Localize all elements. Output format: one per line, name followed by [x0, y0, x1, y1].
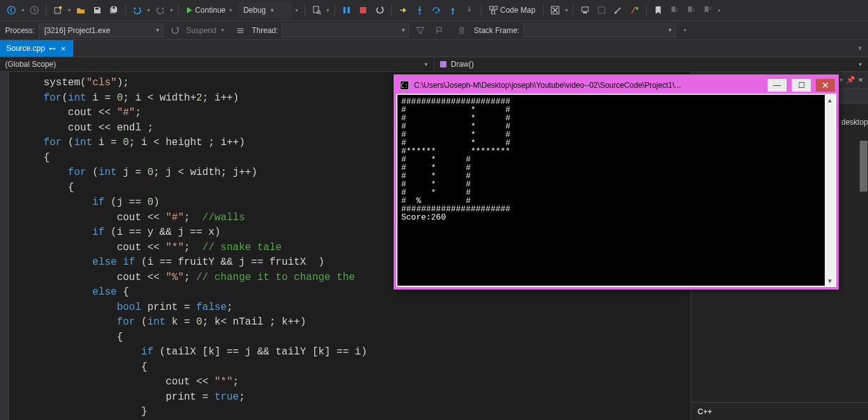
svg-rect-11	[360, 7, 366, 13]
svg-rect-15	[490, 6, 493, 10]
redo-chevron-icon: ▼	[169, 8, 174, 13]
process-dropdown[interactable]: [3216] Project1.exe ▼	[39, 24, 163, 38]
chevron-down-icon: ▼	[228, 8, 233, 13]
solution-config-dropdown[interactable]: Debug ▼	[238, 3, 292, 18]
undo-button[interactable]	[130, 3, 145, 18]
console-scrollbar[interactable]: ▲ ▼	[825, 95, 835, 286]
scroll-up-icon[interactable]: ▲	[825, 95, 835, 105]
pin-icon[interactable]: ⊷	[49, 45, 56, 53]
step-into-specific-button[interactable]	[462, 3, 477, 18]
tab-source-cpp[interactable]: Source.cpp ⊷ ×	[0, 40, 73, 57]
separator	[543, 4, 544, 17]
svg-rect-9	[343, 7, 346, 13]
scope-right-dropdown[interactable]: Draw() ▼	[434, 57, 868, 71]
step-into-button[interactable]	[412, 3, 427, 18]
properties-dropdown-icon[interactable]: ▼	[838, 77, 844, 83]
show-next-statement-button[interactable]	[396, 3, 411, 18]
svg-point-13	[435, 12, 437, 14]
continue-button[interactable]: Continue ▼	[183, 3, 237, 18]
separator	[46, 4, 46, 17]
console-window[interactable]: C: C:\Users\Joseph-M\Desktop\joseph\Yout…	[394, 74, 839, 290]
svg-rect-16	[494, 6, 497, 10]
separator	[305, 4, 305, 17]
console-titlebar[interactable]: C: C:\Users\Joseph-M\Desktop\joseph\Yout…	[396, 77, 836, 94]
scrollbar-thumb[interactable]	[860, 141, 867, 192]
properties-footer: C++	[691, 402, 868, 420]
tab-overflow-button[interactable]: ▼	[855, 44, 865, 53]
code-map-button[interactable]: Code Map	[485, 3, 539, 18]
close-window-button[interactable]: ✕	[816, 79, 835, 92]
stop-debug-button[interactable]	[355, 3, 371, 18]
pin-icon[interactable]: 📌	[846, 76, 855, 84]
suspend-label[interactable]: Suspend	[186, 26, 216, 35]
code-map-icon	[489, 6, 498, 15]
close-tab-button[interactable]: ×	[60, 44, 67, 53]
step-over-button[interactable]	[429, 3, 444, 18]
process-value: [3216] Project1.exe	[45, 26, 110, 35]
svg-rect-5	[113, 7, 115, 9]
svg-rect-22	[583, 12, 587, 13]
new-project-button[interactable]	[50, 3, 65, 18]
find-in-files-button[interactable]	[309, 3, 324, 18]
overflow-chevron-icon[interactable]: ▾	[684, 27, 686, 33]
toolbar-button-d[interactable]	[610, 3, 626, 18]
restart-button[interactable]	[372, 3, 387, 18]
prev-bookmark-button[interactable]	[667, 3, 682, 18]
stackframe-dropdown[interactable]: ▼	[523, 24, 676, 38]
svg-point-14	[451, 13, 453, 15]
chevron-down-icon: ▼	[668, 27, 673, 33]
toolbar-button-e[interactable]	[627, 3, 642, 18]
toolbar-button-a[interactable]	[548, 3, 563, 18]
thread-label: Thread:	[252, 26, 278, 35]
overflow-chevron-icon[interactable]: ▾	[718, 8, 720, 13]
redo-button[interactable]	[153, 3, 168, 18]
maximize-button[interactable]: ☐	[792, 79, 811, 92]
chevron-down-icon: ▼	[220, 27, 225, 33]
separator	[334, 4, 335, 17]
close-panel-button[interactable]: ×	[858, 75, 863, 85]
toolbar-button-b[interactable]	[577, 3, 593, 18]
flag-threads-button[interactable]	[432, 23, 447, 38]
process-label: Process:	[5, 26, 35, 35]
svg-point-12	[418, 13, 420, 15]
separator	[391, 4, 392, 17]
minimize-button[interactable]: —	[768, 79, 787, 92]
next-bookmark-button[interactable]	[684, 3, 699, 18]
svg-rect-17	[492, 11, 495, 14]
nav-forward-button[interactable]	[27, 3, 42, 18]
refresh-process-button[interactable]	[167, 23, 183, 38]
clear-bookmarks-button[interactable]	[700, 3, 715, 18]
console-client-area: ###################### # * # # * # # * #…	[396, 94, 836, 287]
scroll-thumb[interactable]	[825, 106, 834, 275]
outline-margin[interactable]	[0, 72, 9, 420]
toolbar-button-c[interactable]	[594, 3, 609, 18]
chevron-down-icon: ▼	[564, 8, 569, 13]
scroll-down-icon[interactable]: ▼	[825, 276, 835, 286]
scope-left-value: (Global Scope)	[5, 60, 56, 69]
bookmark-button[interactable]	[651, 3, 666, 18]
open-button[interactable]	[73, 3, 88, 18]
step-out-button[interactable]	[445, 3, 460, 18]
chevron-down-icon: ▼	[858, 62, 863, 67]
svg-rect-21	[582, 7, 588, 11]
config-value: Debug	[244, 6, 266, 15]
scope-left-dropdown[interactable]: (Global Scope) ▼	[0, 57, 434, 71]
filter-threads-button[interactable]	[413, 23, 428, 38]
break-all-button[interactable]	[339, 3, 354, 18]
separator	[178, 4, 179, 17]
tab-label: Source.cpp	[6, 44, 45, 53]
svg-rect-10	[347, 7, 350, 13]
save-all-button[interactable]	[106, 3, 121, 18]
thread-dropdown[interactable]: ▼	[282, 24, 409, 38]
nav-back-button[interactable]	[4, 3, 19, 18]
save-button[interactable]	[90, 3, 105, 18]
chevron-down-icon: ▼	[270, 8, 275, 13]
svg-point-25	[636, 7, 638, 10]
svg-rect-4	[95, 8, 99, 10]
properties-footer-label: C++	[698, 407, 712, 416]
collapsed-desktop-tab[interactable]: desktop	[841, 118, 868, 127]
console-output[interactable]: ###################### # * # # * # # * #…	[397, 95, 825, 286]
svg-rect-6	[313, 6, 319, 13]
svg-point-1	[31, 6, 38, 14]
separator	[573, 4, 574, 17]
